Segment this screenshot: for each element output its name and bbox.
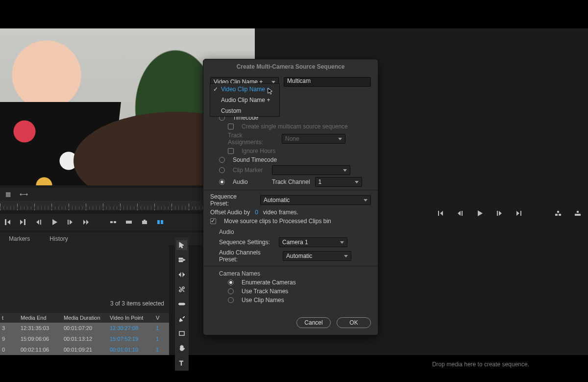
audio-channels-select[interactable]: Automatic xyxy=(283,251,351,261)
dialog-title: Create Multi-Camera Source Sequence xyxy=(203,59,378,75)
drop-media-hint: Drop media here to create sequence. xyxy=(432,361,529,368)
camera-names-label: Camera Names xyxy=(219,270,371,277)
mark-in-icon[interactable] xyxy=(377,209,386,218)
cursor-icon xyxy=(267,88,274,96)
chevron-down-icon xyxy=(340,241,344,244)
step-forward-icon[interactable] xyxy=(495,209,504,218)
extract-icon[interactable] xyxy=(573,209,582,218)
dropdown-item-audio-clip[interactable]: Audio Clip Name + xyxy=(210,95,279,105)
selection-status: 3 of 3 items selected xyxy=(110,300,164,307)
timeline-tools: T xyxy=(175,237,189,371)
slip-tool-icon[interactable] xyxy=(176,299,187,309)
track-channel-label: Track Channel xyxy=(272,178,310,185)
mark-out-icon[interactable] xyxy=(19,218,27,227)
lift-icon[interactable] xyxy=(554,209,563,218)
col-5[interactable]: V xyxy=(154,313,173,322)
sequence-preset-select[interactable]: Automatic xyxy=(260,195,371,205)
step-back-icon[interactable] xyxy=(456,209,465,218)
col-video-in[interactable]: Video In Point xyxy=(108,313,154,322)
tab-history[interactable]: History xyxy=(49,235,68,242)
check-create-single[interactable] xyxy=(228,124,234,129)
table-row[interactable]: 3 12:31:35:03 00:01:07:20 12:30:27:08 1 xyxy=(0,323,169,333)
insert-icon[interactable] xyxy=(109,218,118,227)
clip-marker-select xyxy=(272,165,350,175)
chevron-down-icon xyxy=(355,181,359,183)
preview-content xyxy=(0,102,127,185)
go-to-in-icon[interactable] xyxy=(436,209,445,218)
radio-use-track-names[interactable] xyxy=(228,288,234,294)
razor-tool-icon[interactable] xyxy=(176,284,187,294)
dropdown-item-custom[interactable]: Custom xyxy=(210,105,279,116)
table-row[interactable]: 9 15:09:06:06 00:01:13:12 15:07:52:19 1 xyxy=(0,333,169,344)
table-row[interactable]: 0 00:02:11:06 00:01:09:21 00:01:01:10 1 xyxy=(0,344,169,355)
chevron-down-icon xyxy=(344,255,348,257)
offset-audio-value[interactable]: 0 xyxy=(255,209,258,216)
hand-tool-icon[interactable] xyxy=(176,343,187,353)
step-forward-icon[interactable] xyxy=(66,218,74,227)
col-media-duration[interactable]: Media Duration xyxy=(62,313,108,322)
radio-use-clip-names[interactable] xyxy=(228,297,234,303)
svg-text:T: T xyxy=(179,359,183,367)
cancel-button[interactable]: Cancel xyxy=(296,317,331,328)
track-channel-select[interactable]: 1 xyxy=(315,177,362,187)
pen-tool-icon[interactable] xyxy=(176,314,187,324)
selection-tool-icon[interactable] xyxy=(176,240,187,250)
track-select-icon[interactable] xyxy=(176,255,187,265)
radio-enumerate-cameras[interactable] xyxy=(228,280,234,285)
audio-section-label: Audio xyxy=(219,229,371,235)
play-icon[interactable] xyxy=(475,209,484,218)
app-stage: ▦ ⟷ 1/2 🔧 Markers History 3 of 3 items s… xyxy=(0,28,588,355)
ok-button[interactable]: OK xyxy=(337,317,371,328)
chevron-down-icon xyxy=(271,81,275,83)
step-back-icon[interactable] xyxy=(34,218,43,227)
overwrite-icon[interactable] xyxy=(124,218,133,227)
sequence-preset-label: Sequence Preset: xyxy=(210,193,255,207)
comparison-view-icon[interactable] xyxy=(156,218,165,227)
project-panel: 3 of 3 items selected t Media End Media … xyxy=(0,245,169,355)
chevron-down-icon xyxy=(364,199,368,202)
mark-out-icon[interactable] xyxy=(397,209,406,218)
sequence-settings-label: Sequence Settings: xyxy=(219,239,274,246)
type-tool-icon[interactable]: T xyxy=(176,358,187,368)
export-frame-icon[interactable] xyxy=(140,218,149,227)
check-move-clips[interactable] xyxy=(210,218,216,224)
audio-channels-label: Audio Channels Preset: xyxy=(219,249,278,263)
go-to-out-icon[interactable] xyxy=(514,209,523,218)
check-ignore-hours[interactable] xyxy=(228,148,234,154)
program-transport xyxy=(358,206,582,220)
col-1[interactable]: t xyxy=(0,313,19,322)
marker-list-icon[interactable]: ▦ xyxy=(2,189,13,200)
rectangle-tool-icon[interactable] xyxy=(176,329,187,338)
track-assignments-label: Track Assignments: xyxy=(228,132,277,146)
table-header: t Media End Media Duration Video In Poin… xyxy=(0,313,169,323)
media-table: t Media End Media Duration Video In Poin… xyxy=(0,313,169,355)
ripple-edit-icon[interactable] xyxy=(176,270,187,280)
go-to-next-icon[interactable] xyxy=(81,218,90,227)
safe-margins-icon[interactable]: ⟷ xyxy=(18,189,29,200)
radio-sound-timecode[interactable] xyxy=(219,157,225,163)
radio-audio[interactable] xyxy=(219,179,225,185)
tab-markers[interactable]: Markers xyxy=(9,235,30,242)
radio-clip-marker[interactable] xyxy=(219,167,225,173)
mark-in-icon[interactable] xyxy=(3,218,12,227)
sequence-settings-select[interactable]: Camera 1 xyxy=(279,237,347,247)
col-media-end[interactable]: Media End xyxy=(19,313,62,322)
sequence-name-input[interactable]: Multicam xyxy=(284,77,371,87)
track-assignments-select: None xyxy=(282,134,345,144)
play-icon[interactable] xyxy=(50,218,59,227)
